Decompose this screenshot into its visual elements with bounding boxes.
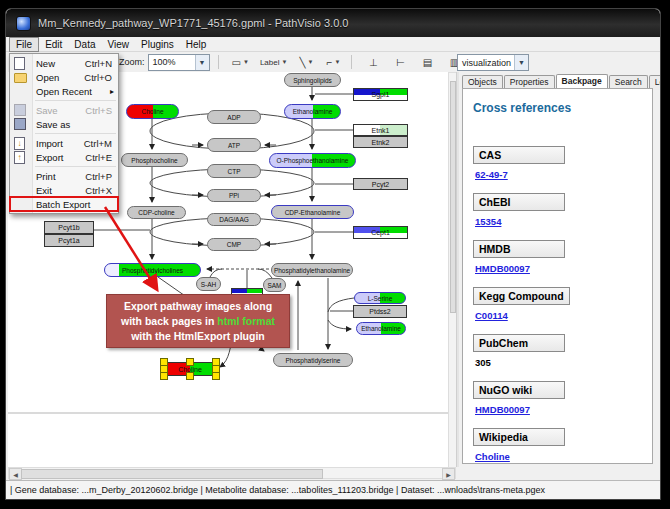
- menubar-item-file[interactable]: File: [9, 37, 39, 52]
- chevron-down-icon[interactable]: ▼: [282, 59, 288, 65]
- connector-tool-button[interactable]: ⌐▼: [323, 54, 343, 70]
- file-menu-item-open[interactable]: OpenCtrl+O: [10, 70, 118, 84]
- menubar-item-edit[interactable]: Edit: [39, 38, 68, 51]
- align-horizontal-center-icon: ⊢: [396, 57, 405, 68]
- menubar-item-plugins[interactable]: Plugins: [135, 38, 180, 51]
- annotation-text: with the HtmlExport plugin: [131, 330, 265, 342]
- xref-link[interactable]: HMDB00097: [475, 263, 652, 274]
- status-text: | Gene database: ...m_Derby_20120602.bri…: [10, 485, 545, 495]
- menu-item-label: Open Recent: [36, 86, 110, 97]
- node-adp[interactable]: ADP: [207, 110, 261, 124]
- file-menu: NewCtrl+NOpenCtrl+OOpen Recent▸SaveCtrl+…: [9, 53, 119, 214]
- node-phosphatidylserine[interactable]: Phosphatidylserine: [273, 353, 353, 367]
- connector-tool-icon: ⌐: [327, 57, 333, 68]
- tab-backpage[interactable]: Backpage: [556, 74, 608, 89]
- node-pcyt1b[interactable]: Pcyt1b: [44, 221, 94, 234]
- zoom-combobox[interactable]: 100% ▼: [148, 54, 210, 71]
- menubar-item-help[interactable]: Help: [180, 38, 213, 51]
- annotation-callout: Export pathway images along with back pa…: [106, 294, 290, 348]
- cross-references-heading: Cross references: [473, 101, 652, 115]
- menu-item-label: Open: [36, 72, 84, 83]
- sidebar-panel: ObjectsPropertiesBackpageSearchLegend Cr…: [459, 72, 657, 467]
- line-tool-button[interactable]: ╲▼: [296, 54, 316, 70]
- selection-handle[interactable]: [160, 372, 168, 380]
- node-cdp-ethanolamine[interactable]: CDP-Ethanolamine: [271, 205, 354, 219]
- canvas-horizontal-scrollbar[interactable]: ◀ ▶: [8, 467, 456, 479]
- menu-separator: [35, 133, 116, 134]
- node-choline-top[interactable]: Choline: [126, 104, 179, 119]
- app-icon: [16, 16, 31, 31]
- node-ethanolamine-bottom[interactable]: Ethanolamine: [356, 322, 406, 335]
- node-phosphocholine[interactable]: Phosphocholine: [121, 153, 188, 167]
- file-menu-item-save-as[interactable]: Save as: [10, 117, 118, 131]
- node-ctp[interactable]: CTP: [207, 164, 261, 178]
- file-menu-item-new[interactable]: NewCtrl+N: [10, 56, 118, 70]
- file-menu-item-batch-export[interactable]: Batch Export: [10, 197, 118, 211]
- stack-vertical-button[interactable]: ▤: [417, 54, 437, 70]
- node-ppi[interactable]: PPi: [207, 189, 261, 202]
- node-dag-aag[interactable]: DAG/AAG: [207, 213, 261, 226]
- node-phosphatidylethanolamine[interactable]: Phosphatidylethanolamine: [271, 263, 353, 277]
- export-icon: ↑: [14, 151, 25, 164]
- selection-handle[interactable]: [186, 358, 194, 366]
- selection-handle[interactable]: [186, 372, 194, 380]
- file-menu-item-exit[interactable]: ExitCtrl+X: [10, 183, 118, 197]
- node-pcyt2[interactable]: Pcyt2: [353, 178, 408, 190]
- title-bar[interactable]: Mm_Kennedy_pathway_WP1771_45176.gpml - P…: [6, 9, 660, 37]
- chevron-down-icon[interactable]: ▼: [334, 59, 340, 65]
- chevron-down-icon[interactable]: ▼: [514, 55, 528, 70]
- zoom-label: Zoom:: [119, 57, 145, 67]
- scrollbar-thumb[interactable]: [21, 469, 323, 479]
- menu-item-label: Save as: [36, 119, 118, 130]
- node-cept1[interactable]: Cept1: [353, 226, 408, 239]
- stack-vertical-icon: ▤: [423, 57, 432, 68]
- xref-link[interactable]: 15354: [475, 216, 652, 227]
- menu-item-shortcut: Ctrl+N: [85, 58, 112, 69]
- xref-source-nugo-wiki: NuGO wiki: [473, 381, 565, 399]
- xref-link[interactable]: 62-49-7: [475, 169, 652, 180]
- xref-source-kegg-compound: Kegg Compound: [473, 287, 570, 305]
- selection-handle[interactable]: [212, 372, 220, 380]
- node-ptdss2[interactable]: Ptdss2: [353, 305, 407, 318]
- file-menu-item-save[interactable]: SaveCtrl+S: [10, 103, 118, 117]
- file-menu-item-import[interactable]: ↓ImportCtrl+M: [10, 136, 118, 150]
- scroll-right-icon[interactable]: ▶: [442, 468, 455, 480]
- node-sgpl1[interactable]: Sgpl1: [353, 88, 408, 101]
- node-ethanolamine-top[interactable]: Ethanolamine: [284, 104, 341, 119]
- file-menu-item-print[interactable]: PrintCtrl+P: [10, 169, 118, 183]
- visualization-combobox[interactable]: visualization ▼: [457, 54, 529, 71]
- align-vertical-center-button[interactable]: ⊥: [363, 54, 383, 70]
- file-menu-item-open-recent[interactable]: Open Recent▸: [10, 84, 118, 98]
- xref-link[interactable]: HMDB00097: [475, 404, 652, 415]
- datanode-tool-button[interactable]: ▭▼: [230, 54, 251, 70]
- menubar-item-data[interactable]: Data: [68, 38, 101, 51]
- align-horizontal-center-button[interactable]: ⊢: [390, 54, 410, 70]
- chevron-down-icon[interactable]: ▼: [243, 59, 249, 65]
- xref-source-pubchem: PubChem: [473, 334, 565, 352]
- chevron-down-icon[interactable]: ▼: [307, 59, 313, 65]
- align-vertical-center-icon: ⊥: [369, 57, 378, 68]
- node-cmp[interactable]: CMP: [207, 238, 261, 251]
- node-l-serine[interactable]: L-Serine: [354, 292, 406, 304]
- node-sphingolipids[interactable]: Sphingolipids: [284, 73, 341, 87]
- node-o-phosphoethanolamine[interactable]: O-Phosphoethanolamine: [269, 153, 356, 168]
- node-cdp-choline[interactable]: CDP-choline: [127, 206, 186, 219]
- bottom-scroll-row: ◀ ▶: [6, 467, 660, 479]
- node-phosphatidylcholines[interactable]: Phosphatidylcholines: [104, 263, 201, 277]
- xref-source-cas: CAS: [473, 146, 565, 164]
- menu-item-label: Exit: [36, 185, 85, 196]
- node-s-ah[interactable]: S-AH: [196, 277, 221, 291]
- xref-link[interactable]: C00114: [475, 310, 652, 321]
- label-tool-button[interactable]: Label▼: [258, 54, 290, 70]
- file-menu-item-export[interactable]: ↑ExportCtrl+E: [10, 150, 118, 164]
- backpage-content: Cross references CAS62-49-7ChEBI15354HMD…: [462, 88, 653, 464]
- node-atp[interactable]: ATP: [207, 138, 261, 152]
- chevron-down-icon[interactable]: ▼: [195, 55, 209, 70]
- node-pcyt1a[interactable]: Pcyt1a: [44, 234, 94, 247]
- xref-link[interactable]: Choline: [475, 451, 652, 462]
- menubar-item-view[interactable]: View: [101, 38, 135, 51]
- submenu-arrow-icon: ▸: [110, 87, 114, 96]
- node-sam[interactable]: SAM: [263, 278, 286, 292]
- node-etnk1[interactable]: Etnk1: [353, 124, 408, 136]
- node-etnk2[interactable]: Etnk2: [353, 136, 408, 148]
